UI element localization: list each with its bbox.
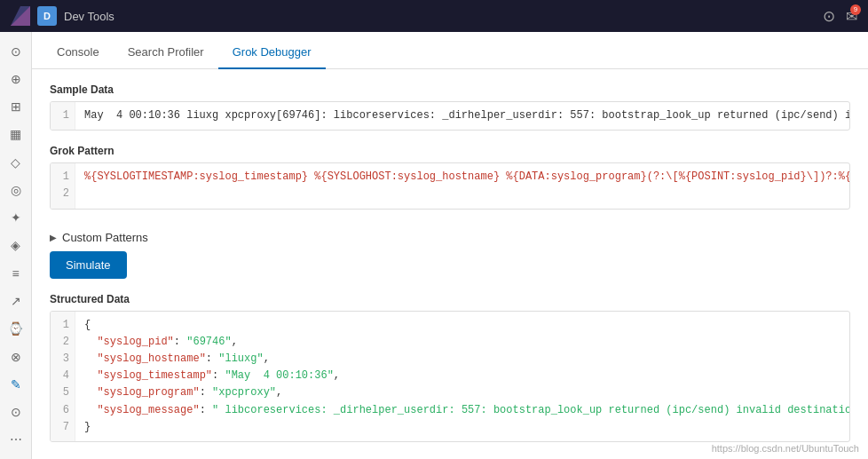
tab-grok-debugger[interactable]: Grok Debugger bbox=[218, 36, 326, 69]
top-bar-actions: ⊙ ✉ 9 bbox=[823, 7, 857, 26]
grok-pattern-editor[interactable]: 1 2 %{SYSLOGTIMESTAMP:syslog_timestamp} … bbox=[50, 162, 850, 209]
notification-badge: 9 bbox=[850, 4, 861, 15]
sidebar-icon-discover[interactable]: ⊕ bbox=[4, 67, 28, 91]
custom-patterns-label: Custom Patterns bbox=[62, 231, 148, 244]
structured-data-content[interactable]: { "syslog_pid": "69746", "syslog_hostnam… bbox=[75, 312, 849, 441]
settings-icon[interactable]: ⊙ bbox=[823, 7, 835, 26]
sidebar-icon-siem[interactable]: ⊗ bbox=[4, 344, 28, 368]
sidebar-icon-maps[interactable]: ◎ bbox=[4, 178, 28, 202]
tab-bar: Console Search Profiler Grok Debugger bbox=[32, 32, 868, 69]
grok-pattern-content[interactable]: %{SYSLOGTIMESTAMP:syslog_timestamp} %{SY… bbox=[75, 163, 849, 208]
app-logo bbox=[11, 6, 30, 26]
tab-console[interactable]: Console bbox=[43, 36, 114, 69]
sidebar-icon-home[interactable]: ⊙ bbox=[4, 39, 28, 63]
sidebar-icon-management[interactable]: ⊙ bbox=[4, 400, 28, 423]
sidebar-icon-dashboard[interactable]: ▦ bbox=[4, 123, 28, 146]
grok-pattern-line-numbers: 1 2 bbox=[51, 163, 75, 208]
structured-data-editor[interactable]: 1 2 3 4 5 6 7 { "syslog_pid": "69746", "… bbox=[50, 311, 850, 442]
custom-patterns-toggle[interactable]: ▶ Custom Patterns bbox=[50, 224, 850, 251]
grok-pattern-section: Grok Pattern 1 2 %{SYSLOGTIMESTAMP:syslo… bbox=[50, 145, 850, 209]
top-bar-title: Dev Tools bbox=[64, 10, 823, 23]
app-icon: D bbox=[37, 6, 57, 26]
sidebar-icon-ml[interactable]: ✦ bbox=[4, 206, 28, 230]
sidebar-icon-more[interactable]: ⋯ bbox=[4, 428, 28, 452]
sample-data-line-numbers: 1 bbox=[51, 102, 75, 130]
simulate-button[interactable]: Simulate bbox=[50, 251, 127, 279]
sidebar-icon-canvas[interactable]: ◇ bbox=[4, 150, 28, 174]
notifications-icon[interactable]: ✉ 9 bbox=[846, 8, 857, 25]
sidebar-icon-uptime[interactable]: ⌚ bbox=[4, 317, 28, 341]
sample-data-content[interactable]: May 4 00:10:36 liuxg xpcproxy[69746]: li… bbox=[75, 102, 849, 130]
svg-marker-1 bbox=[11, 6, 30, 26]
sidebar-icon-infrastructure[interactable]: ◈ bbox=[4, 233, 28, 257]
sidebar-icon-logs[interactable]: ≡ bbox=[4, 261, 28, 285]
structured-data-label: Structured Data bbox=[50, 293, 850, 305]
sidebar: ⊙ ⊕ ⊞ ▦ ◇ ◎ ✦ ◈ ≡ ↗ ⌚ ⊗ ✎ ⊙ ⋯ bbox=[0, 32, 32, 459]
page-content: Sample Data 1 May 4 00:10:36 liuxg xpcpr… bbox=[32, 69, 868, 459]
tab-search-profiler[interactable]: Search Profiler bbox=[114, 36, 218, 69]
sidebar-icon-apm[interactable]: ↗ bbox=[4, 289, 28, 313]
grok-pattern-label: Grok Pattern bbox=[50, 145, 850, 157]
sample-data-label: Sample Data bbox=[50, 83, 850, 96]
structured-data-line-numbers: 1 2 3 4 5 6 7 bbox=[51, 312, 75, 441]
sample-data-editor[interactable]: 1 May 4 00:10:36 liuxg xpcproxy[69746]: … bbox=[50, 101, 850, 131]
content-area: Console Search Profiler Grok Debugger Sa… bbox=[32, 32, 868, 459]
main-layout: ⊙ ⊕ ⊞ ▦ ◇ ◎ ✦ ◈ ≡ ↗ ⌚ ⊗ ✎ ⊙ ⋯ Console Se… bbox=[0, 32, 868, 459]
structured-data-section: Structured Data 1 2 3 4 5 6 7 { "syslog_… bbox=[50, 293, 850, 442]
sample-data-section: Sample Data 1 May 4 00:10:36 liuxg xpcpr… bbox=[50, 83, 850, 131]
sidebar-icon-visualize[interactable]: ⊞ bbox=[4, 95, 28, 119]
sidebar-icon-devtools[interactable]: ✎ bbox=[4, 372, 28, 396]
chevron-right-icon: ▶ bbox=[50, 233, 57, 242]
top-bar: D Dev Tools ⊙ ✉ 9 bbox=[0, 0, 868, 32]
